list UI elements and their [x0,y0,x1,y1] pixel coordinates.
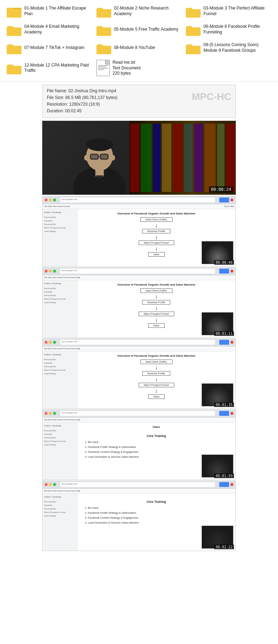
list-item[interactable]: 08-Module 8 YouTube [95,40,183,56]
file-info-panel: MPC-HC File Name: 02-Joshua Ong Intro.mp… [42,85,236,118]
svg-rect-8 [7,46,21,54]
folder-icon [186,5,201,18]
list-item[interactable]: 01-Module 1 The Affiliate Escape Plan [5,4,94,19]
file-label: 08-Module 8 YouTube [114,45,155,51]
screenshot-item: docs.google.com File Edit View Insert Fo… [42,481,236,551]
svg-rect-2 [7,9,21,18]
core-training-title-4: Core Training [81,434,232,438]
file-label: Read me.txt Text Document 220 bytes [113,60,141,76]
screenshot-timestamp: 00:01:35 [214,402,234,407]
svg-rect-5 [7,27,21,36]
screenshot-inner: docs.google.com File Edit View Insert Fo… [43,268,235,337]
list-item[interactable]: Read me.txt Text Document 220 bytes [95,58,183,78]
file-label: 03-Module 3 The Perfect Affiliate Funnel [203,6,271,17]
file-label: 04-Module 4 Email Marketing Academy [24,24,92,35]
core-item: Bio Hack [88,506,232,511]
folder-icon [186,42,201,54]
svg-rect-10 [186,46,201,54]
screenshot-inner: docs.google.com File Edit View Insert Fo… [43,481,235,551]
list-item[interactable]: 12-Module 12 CPA Marketing Paid Traffic [5,58,94,78]
video-player[interactable]: 00:00:24 [42,121,236,195]
svg-rect-7 [186,27,201,36]
core-item: Lead Generation & Genuine Sales Machine [88,520,232,525]
file-explorer: 01-Module 1 The Affiliate Escape Plan 02… [0,0,278,82]
list-item[interactable]: 05-Module 5 Free Traffic Academy [95,22,183,37]
list-item[interactable]: 03-Module 3 The Perfect Affiliate Funnel [184,4,273,19]
core-item: Facebook Content Strategy & Engagement [88,515,232,520]
file-label: 01-Module 1 The Affiliate Escape Plan [24,6,92,17]
screenshot-inner: docs.google.com File Edit View Insert Fo… [43,410,235,480]
screenshot-timestamp: 00:00:48 [214,260,234,265]
screenshot-inner: docs.google.com File Edit View Insert Fo… [43,196,235,266]
screenshot-timestamp: 00:01:59 [214,474,234,478]
screenshot-item: docs.google.com File Edit View Insert Fo… [42,338,236,409]
file-label: 06-Module 6 Facebook Profile Funneling [203,24,271,35]
svg-rect-6 [96,27,111,36]
svg-rect-11 [7,66,21,74]
core-training-title-5: Core Training [81,500,232,504]
video-thumbnail: 00:00:24 [42,121,236,195]
core-item: Facebook Profile Strategy & Optimization [88,511,232,515]
svg-rect-19 [101,155,108,159]
core-item: Facebook Profile Strategy & Optimization [88,445,232,450]
screenshot-item: docs.google.com File Edit View Insert Fo… [42,409,236,480]
list-item[interactable]: 02-Module 2 Niche Research Academy [95,4,183,19]
text-file-icon [96,60,110,76]
core-item: Facebook Content Strategy & Engagement [88,450,232,455]
svg-point-21 [111,155,115,161]
folder-icon [7,42,21,54]
file-label: 05-Module 5 Free Traffic Academy [114,27,178,32]
file-grid: 01-Module 1 The Affiliate Escape Plan 02… [5,4,273,78]
file-label: 02-Module 2 Niche Research Academy [114,6,182,17]
svg-rect-3 [96,9,111,18]
folder-icon [186,23,201,36]
folder-icon [7,62,21,74]
core-item: Bio Hack [88,440,232,445]
svg-point-14 [86,138,113,151]
mpc-logo: MPC-HC [192,89,231,105]
file-label: 12-Module 12 CPA Marketing Paid Traffic [24,63,92,74]
folder-icon [96,23,111,36]
list-item[interactable]: 06-Module 6 Facebook Profile Funneling [184,22,273,37]
folder-icon [96,42,111,54]
svg-rect-4 [186,9,201,18]
svg-rect-9 [96,46,111,54]
file-label: 07-Module 7 TikTok + Instagram [24,45,84,51]
screenshot-inner: docs.google.com File Edit View Insert Fo… [43,339,235,408]
svg-rect-18 [91,155,98,159]
list-item[interactable]: 09-(5 Lessons Coming Soon) Module 9 Face… [184,40,273,56]
list-item[interactable]: 04-Module 4 Email Marketing Academy [5,22,94,37]
screenshot-timestamp: 00:01:11 [214,331,234,336]
screenshot-item: docs.google.com File Edit View Insert Fo… [42,267,236,338]
video-timestamp: 00:00:24 [209,186,233,193]
file-duration: Duration: 00:02:45 [47,108,231,114]
folder-icon [7,5,21,18]
file-label: 09-(5 Lessons Coming Soon) Module 9 Face… [203,42,271,53]
list-item[interactable]: 07-Module 7 TikTok + Instagram [5,40,94,56]
svg-point-20 [84,155,88,161]
diagram-title-4: Sales [81,425,232,429]
screenshot-timestamp: 00:02:22 [214,545,234,549]
screenshots-section: docs.google.com File Edit View Insert Fo… [42,196,236,551]
screenshot-item: docs.google.com File Edit View Insert Fo… [42,196,236,267]
folder-icon [7,23,21,36]
folder-icon [96,5,111,18]
